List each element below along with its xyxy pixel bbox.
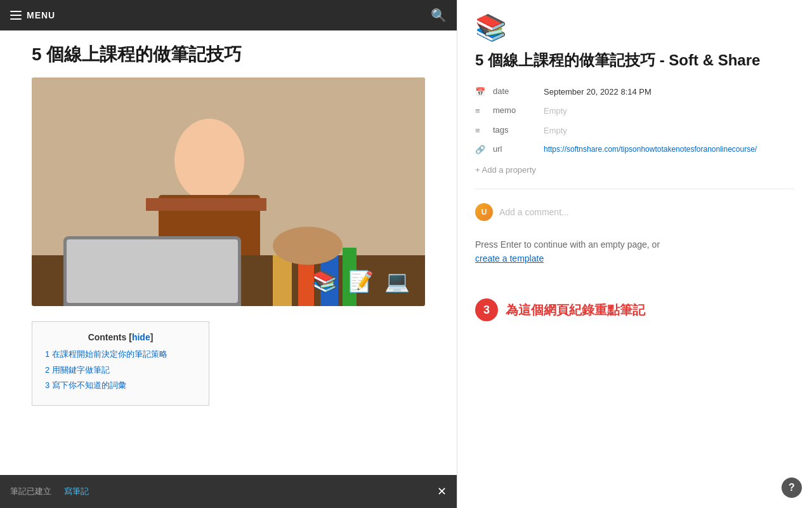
add-property-button[interactable]: + Add a property <box>475 159 794 181</box>
article-title: 5 個線上課程的做筆記技巧 <box>32 43 425 66</box>
toc-link-3[interactable]: 3 寫下你不知道的詞彙 <box>45 380 196 391</box>
url-property-row: 🔗 url https://softnshare.com/tipsonhowto… <box>475 140 794 159</box>
browser-panel: MENU 🔍 5 個線上課程的做筆記技巧 Contents [hide] 1 在… <box>0 0 457 508</box>
divider <box>475 189 794 189</box>
toc-heading: Contents [hide] <box>45 332 196 342</box>
help-button[interactable]: ? <box>782 478 802 498</box>
toast-notification: 筆記已建立 寫筆記 ✕ <box>0 475 457 508</box>
tags-icon: ≡ <box>475 126 488 135</box>
date-icon: 📅 <box>475 87 488 97</box>
image-overlay <box>32 77 425 306</box>
url-icon: 🔗 <box>475 145 488 154</box>
toast-close-button[interactable]: ✕ <box>437 486 447 497</box>
hamburger-icon <box>10 11 22 20</box>
write-note-button[interactable]: 寫筆記 <box>59 483 94 500</box>
tags-property-row: ≡ tags Empty <box>475 121 794 140</box>
toast-created-label: 筆記已建立 <box>10 486 51 497</box>
create-template-link[interactable]: create a template <box>475 253 544 264</box>
tags-value[interactable]: Empty <box>544 125 567 137</box>
add-property-label: + Add a property <box>475 165 536 175</box>
empty-page-hint: Press Enter to continue with an empty pa… <box>475 237 794 266</box>
toc-link-1[interactable]: 1 在課程開始前決定你的筆記策略 <box>45 349 196 360</box>
page-emoji: 📚 <box>475 13 794 43</box>
comment-row: U Add a comment... <box>475 197 794 227</box>
notion-sidebar: 📚 5 個線上課程的做筆記技巧 - Soft & Share 📅 date Se… <box>457 0 812 508</box>
menu-label: MENU <box>27 10 55 20</box>
highlight-number-badge: 3 <box>475 298 498 321</box>
memo-key: memo <box>493 105 544 115</box>
search-icon[interactable]: 🔍 <box>431 8 447 23</box>
menu-button[interactable]: MENU <box>10 10 55 20</box>
highlight-text: 為這個網頁紀錄重點筆記 <box>506 302 645 319</box>
browser-toolbar: MENU 🔍 <box>0 0 457 30</box>
article-image <box>32 77 425 306</box>
table-of-contents: Contents [hide] 1 在課程開始前決定你的筆記策略 2 用關鍵字做… <box>32 321 209 406</box>
date-property-row: 📅 date September 20, 2022 8:14 PM <box>475 83 794 102</box>
url-key: url <box>493 144 544 154</box>
comment-placeholder[interactable]: Add a comment... <box>499 207 569 217</box>
date-key: date <box>493 86 544 96</box>
memo-value[interactable]: Empty <box>544 105 567 117</box>
url-value[interactable]: https://softnshare.com/tipsonhowtotakeno… <box>544 144 757 155</box>
toc-link-2[interactable]: 2 用關鍵字做筆記 <box>45 364 196 376</box>
webpage-content: 5 個線上課程的做筆記技巧 Contents [hide] 1 在課程開始前決定… <box>0 30 457 508</box>
highlight-section: 3 為這個網頁紀錄重點筆記 <box>475 291 794 329</box>
memo-icon: ≡ <box>475 106 488 116</box>
sidebar-content: 📚 5 個線上課程的做筆記技巧 - Soft & Share 📅 date Se… <box>457 0 812 342</box>
date-value: September 20, 2022 8:14 PM <box>544 86 652 98</box>
memo-property-row: ≡ memo Empty <box>475 102 794 121</box>
article-container: 5 個線上課程的做筆記技巧 Contents [hide] 1 在課程開始前決定… <box>13 30 444 431</box>
tags-key: tags <box>493 125 544 135</box>
toc-hide-link[interactable]: hide <box>132 332 150 342</box>
page-title: 5 個線上課程的做筆記技巧 - Soft & Share <box>475 50 794 70</box>
avatar: U <box>475 203 493 221</box>
